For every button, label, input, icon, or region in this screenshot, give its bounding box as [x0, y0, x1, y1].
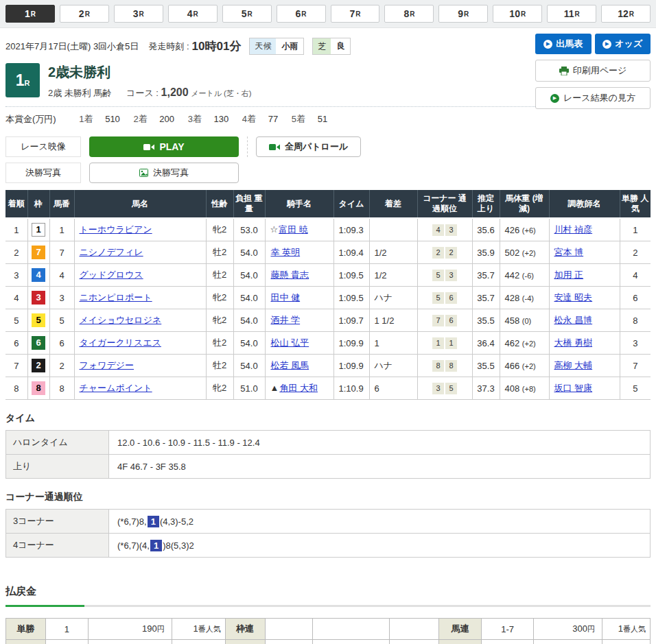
result-row: 8 8 8 チャームポイント 牝2 51.0 ▲角田 大和 1:10.9 6 3… [5, 377, 651, 400]
corner4-label: 4コーナー [6, 534, 109, 558]
trainer-link[interactable]: 大橋 勇樹 [554, 337, 593, 348]
horse-name-cell: フォワデジー [74, 355, 206, 377]
corner-order: 35 [417, 377, 472, 400]
finish-photo-button-label: 決勝写真 [153, 167, 189, 179]
entry-table-button[interactable]: ▶ 出馬表 [535, 34, 591, 54]
horse-link[interactable]: フォワデジー [80, 360, 134, 370]
jockey-link[interactable]: 幸 英明 [271, 247, 301, 257]
body-weight: 466 [505, 361, 520, 371]
race-dateline: 2021年7月17日(土曜) 3回小倉5日 発走時刻 : 10時01分 天候 小… [5, 38, 535, 55]
race-tab-7r[interactable]: 7R [331, 5, 380, 23]
race-tab-2r[interactable]: 2R [60, 5, 109, 23]
race-tab-4r[interactable]: 4R [168, 5, 218, 23]
frame-cell: 5 [27, 309, 49, 332]
jockey-cell: 藤懸 貴志 [265, 264, 333, 287]
jockey-link[interactable]: 酒井 学 [271, 315, 301, 325]
col-frame: 枠 [27, 190, 49, 218]
body-weight: 428 [505, 293, 520, 303]
payout-table: 単勝 1 190円 1番人気 枠連 馬連 1-7 300円 1番人気 複勝 1 … [5, 618, 651, 644]
jockey-link[interactable]: 角田 大和 [279, 383, 318, 393]
race-tab-12r[interactable]: 12R [601, 5, 651, 23]
race-tab-9r[interactable]: 9R [438, 5, 488, 23]
play-button[interactable]: PLAY [89, 136, 239, 157]
jockey-link[interactable]: 松若 風馬 [271, 360, 309, 370]
horse-link[interactable]: グッドグロウス [80, 270, 143, 280]
results-header-row: 着順 枠 馬番 馬名 性齢 負担 重量 騎手名 タイム 着差 コーナー 通過順位… [5, 190, 651, 218]
jockey-link[interactable]: 富田 暁 [279, 224, 308, 235]
wide-amount: 180円 [313, 640, 390, 644]
horse-link[interactable]: ニシノデフィレ [80, 247, 143, 257]
sex-age: 牡2 [206, 264, 233, 287]
wide-popularity: 1番人気 [390, 640, 439, 644]
trainer-link[interactable]: 安達 昭夫 [554, 292, 593, 302]
last-3f: 35.7 [472, 287, 500, 309]
patrol-video-label: 全周パトロール [285, 141, 348, 153]
trainer-link[interactable]: 坂口 智康 [554, 383, 593, 393]
jockey-link[interactable]: 田中 健 [271, 292, 301, 302]
finish-position: 7 [5, 355, 27, 377]
horse-link[interactable]: タイガークリスエス [80, 337, 161, 348]
trainer-link[interactable]: 高柳 大輔 [554, 360, 593, 370]
odds-button[interactable]: ▶ オッズ [595, 34, 651, 54]
horse-link[interactable]: メイショウセロジネ [80, 315, 162, 325]
trainer-link[interactable]: 宮本 博 [554, 247, 584, 257]
trainer-link[interactable]: 加用 正 [554, 270, 584, 280]
col-jockey: 騎手名 [265, 190, 333, 218]
frame-cell: 1 [27, 218, 49, 241]
win-favorite: 7 [620, 355, 651, 377]
horse-link[interactable]: ニホンピロポート [80, 292, 152, 302]
margin: 1/2 [369, 241, 417, 264]
win-number: 1 [45, 619, 88, 640]
quinella-amount: 300円 [534, 619, 602, 640]
finish-position: 4 [5, 287, 27, 309]
play-label: PLAY [159, 141, 184, 152]
finish-time: 1:09.9 [333, 355, 369, 377]
race-tab-number: 7 [349, 8, 355, 19]
wide-label: ワイド [225, 640, 265, 644]
race-tab-8r[interactable]: 8R [384, 5, 434, 23]
print-page-button[interactable]: 印刷用ページ [535, 60, 651, 82]
arrow-right-icon: ▶ [550, 94, 559, 103]
race-tab-10r[interactable]: 10R [493, 5, 542, 23]
result-row: 2 7 7 ニシノデフィレ 牡2 54.0 幸 英明 1:09.4 1/2 22… [5, 241, 651, 264]
horse-link[interactable]: トーホウラビアン [80, 224, 152, 235]
jockey-link[interactable]: 松山 弘平 [271, 337, 309, 348]
frame-cell: 3 [27, 287, 49, 309]
win-favorite: 8 [620, 309, 651, 332]
col-horse-number: 馬番 [49, 190, 74, 218]
trainer-link[interactable]: 松永 昌博 [554, 315, 593, 325]
horse-number: 2 [49, 355, 74, 377]
how-to-read-button[interactable]: ▶ レース結果の見方 [535, 87, 651, 109]
payout-row-2: 複勝 1 110円 1番人気 ワイド 1-7 180円 1番人気 馬単 1-7 … [6, 640, 651, 644]
media-section: レース映像 PLAY 全周パトロール 決勝写真 決勝写真 [5, 136, 651, 183]
results-table: 着順 枠 馬番 馬名 性齢 負担 重量 騎手名 タイム 着差 コーナー 通過順位… [5, 190, 651, 400]
jockey-link[interactable]: 藤懸 貴志 [271, 270, 309, 280]
jockey-cell: 松山 弘平 [265, 332, 333, 355]
payout-row-1: 単勝 1 190円 1番人気 枠連 馬連 1-7 300円 1番人気 [6, 619, 651, 640]
finish-photo-button[interactable]: 決勝写真 [89, 163, 239, 183]
body-weight-cell: 426 (+6) [500, 218, 549, 241]
trainer-link[interactable]: 川村 禎彦 [554, 224, 593, 235]
body-weight: 426 [505, 225, 520, 235]
body-weight-diff: (+8) [522, 385, 536, 393]
carried-weight: 54.0 [233, 241, 265, 264]
race-tab-1r[interactable]: 1R [5, 5, 55, 23]
patrol-video-button[interactable]: 全周パトロール [256, 136, 361, 157]
place-number: 1 [45, 640, 88, 644]
horse-link[interactable]: チャームポイント [80, 383, 152, 393]
frame-badge: 2 [32, 359, 45, 372]
prize-amount: 200 [159, 114, 174, 124]
corner-order: 88 [417, 355, 472, 377]
race-tab-11r[interactable]: 11R [547, 5, 596, 23]
race-tab-suffix: R [574, 10, 579, 18]
prize-place: 2着 [133, 114, 147, 124]
body-weight: 408 [505, 383, 520, 394]
race-tab-suffix: R [247, 10, 252, 18]
race-tab-5r[interactable]: 5R [222, 5, 272, 23]
race-tab-number: 12 [618, 8, 629, 19]
race-tab-6r[interactable]: 6R [277, 5, 326, 23]
corner-position: 2 [445, 247, 457, 259]
course-unit: メートル (芝・右) [191, 89, 251, 97]
race-tab-3r[interactable]: 3R [114, 5, 163, 23]
weather-label: 天候 [250, 38, 276, 54]
